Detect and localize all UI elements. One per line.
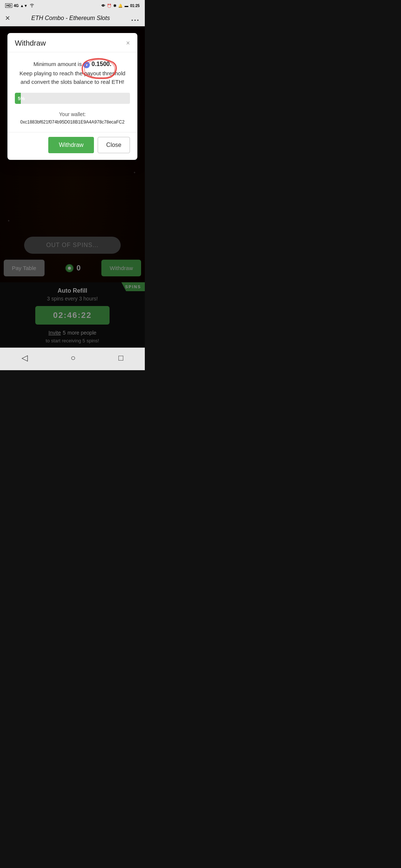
modal-description: Minimum amount is ♦ 0.1500. Keep playing… — [15, 60, 130, 86]
modal-overlay: Withdraw × Minimum amount is ♦ 0.1500. — [0, 26, 145, 348]
min-amount-value: 0.1500. — [92, 61, 111, 67]
modal-body: Minimum amount is ♦ 0.1500. Keep playing… — [7, 52, 137, 132]
progress-fill: 5% — [15, 93, 21, 104]
wifi-icon — [29, 3, 35, 8]
desc-line2: Keep playing to reach the payout thresho… — [19, 70, 125, 76]
progress-label: 5% — [18, 96, 25, 101]
page-title: ETH Combo - Ethereum Slots — [14, 15, 127, 22]
back-button[interactable]: ◁ — [13, 352, 37, 364]
bottom-nav: ◁ ○ □ — [0, 348, 145, 370]
status-bar: HD 4G ▲▼ 👁 ⏰ ✱ 🔔 ▬ 01:25 — [0, 0, 145, 10]
home-button[interactable]: ○ — [62, 352, 84, 364]
modal-title: Withdraw — [15, 39, 46, 47]
amount-highlight: ♦ 0.1500. — [83, 60, 111, 69]
modal-close-icon[interactable]: × — [126, 39, 130, 47]
battery-icon: ▬ — [124, 4, 128, 8]
bluetooth-icon: ✱ — [113, 4, 116, 8]
mute-icon: 🔔 — [118, 4, 123, 8]
hd-badge: HD — [5, 3, 12, 8]
more-options-icon[interactable]: ... — [131, 14, 140, 23]
recent-button[interactable]: □ — [110, 352, 132, 364]
game-area: Combo ✦ ✦ ✦ • ✦ Withdraw × Minimum amoun… — [0, 26, 145, 348]
eth-icon: ♦ — [83, 62, 90, 68]
status-right: 👁 ⏰ ✱ 🔔 ▬ 01:25 — [101, 4, 140, 8]
browser-toolbar: × ETH Combo - Ethereum Slots ... — [0, 10, 145, 26]
modal-footer: Withdraw Close — [7, 132, 137, 160]
close-tab-icon[interactable]: × — [5, 13, 10, 23]
progress-bar: 5% — [15, 93, 130, 104]
withdraw-button[interactable]: Withdraw — [48, 137, 94, 153]
wallet-label: Your wallet: — [15, 111, 130, 117]
svg-point-0 — [32, 6, 32, 7]
alarm-icon: ⏰ — [107, 4, 111, 8]
modal-header: Withdraw × — [7, 33, 137, 52]
min-amount-label: Minimum amount is — [33, 61, 82, 67]
withdraw-modal: Withdraw × Minimum amount is ♦ 0.1500. — [7, 33, 137, 160]
eye-icon: 👁 — [101, 4, 105, 8]
wallet-address: 0xc1883bf621f074b95D018B1E9A4A978c78ecaF… — [15, 119, 130, 125]
time: 01:25 — [130, 4, 140, 8]
status-left: HD 4G ▲▼ — [5, 3, 35, 8]
close-button[interactable]: Close — [98, 137, 130, 153]
signal-bars: ▲▼ — [20, 4, 27, 8]
signal-4g: 4G — [14, 4, 19, 8]
desc-line3: and convert the slots balance to real ET… — [20, 79, 124, 85]
